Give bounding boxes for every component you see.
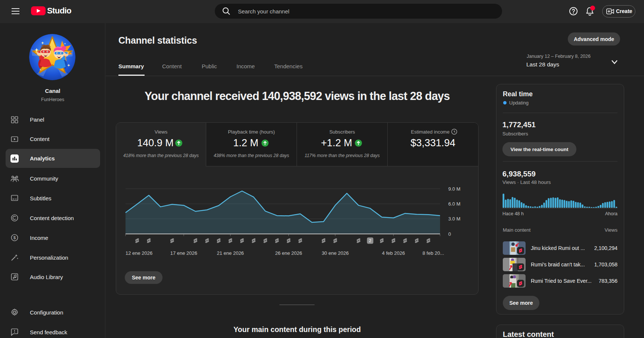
svg-text:0: 0 [448, 231, 451, 237]
svg-text:12 ene 2026: 12 ene 2026 [126, 250, 152, 256]
svg-text:30 ene 2026: 30 ene 2026 [322, 250, 349, 256]
svg-text:26 ene 2026: 26 ene 2026 [275, 250, 302, 256]
svg-text:3.0 M: 3.0 M [448, 216, 461, 222]
svg-text:21 ene 2026: 21 ene 2026 [217, 250, 244, 256]
svg-text:9.0 M: 9.0 M [448, 186, 461, 192]
svg-text:17 ene 2026: 17 ene 2026 [170, 250, 197, 256]
svg-text:8 feb 20...: 8 feb 20... [422, 250, 444, 256]
svg-text:6.0 M: 6.0 M [448, 201, 461, 207]
svg-text:$: $ [13, 235, 16, 240]
svg-text:4 feb 2026: 4 feb 2026 [382, 250, 405, 256]
svg-text:2: 2 [369, 238, 371, 243]
